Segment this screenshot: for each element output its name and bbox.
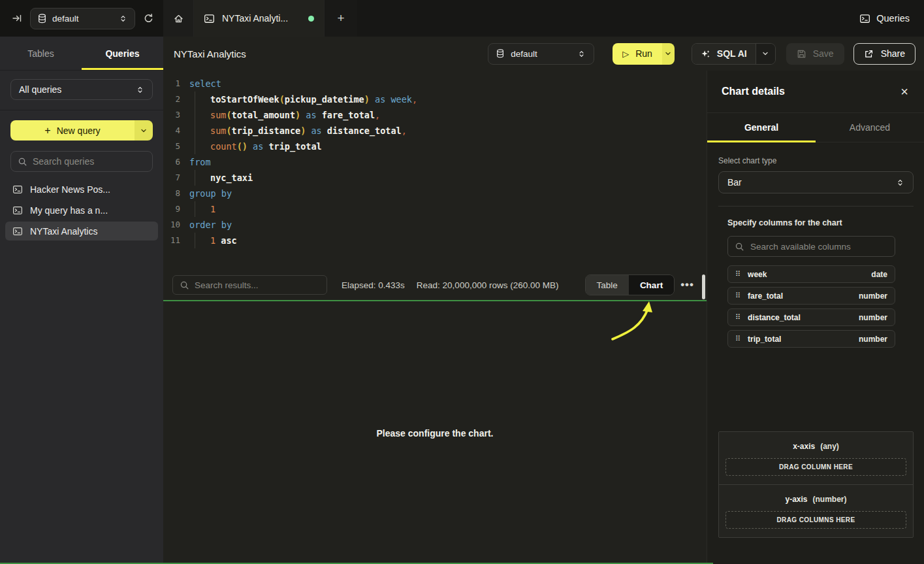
new-query-label: New query [57,125,101,136]
tab-advanced-label: Advanced [850,122,890,133]
query-item-label: My query has a n... [30,205,108,216]
chevrons-updown-icon [136,85,144,95]
query-search-input[interactable] [33,156,146,167]
column-name: week [748,270,767,279]
scrollbar-thumb[interactable] [702,274,705,299]
column-name: trip_total [748,335,781,344]
chart-type-select[interactable]: Bar [718,171,914,193]
sql-ai-dropdown-button[interactable] [756,44,775,64]
home-tab[interactable] [163,0,194,37]
new-tab-button[interactable]: + [325,0,357,37]
sql-ai-button[interactable]: SQL AI [692,44,756,64]
tab-advanced[interactable]: Advanced [816,113,924,142]
panel-header: Chart details × [707,71,924,112]
sidebar-tab-tables[interactable]: Tables [0,37,82,70]
line-number: 8 [163,186,180,201]
chart-view-button[interactable]: Chart [629,275,674,295]
query-tab-nytaxi[interactable]: NYTaxi Analyti... [194,0,325,37]
column-name: distance_total [748,313,801,322]
indent-guide [195,91,210,107]
drag-handle-icon[interactable]: ⠿ [735,270,741,278]
code-line: 91 [163,201,707,217]
query-list-item[interactable]: Hacker News Pos... [5,180,158,199]
tab-general[interactable]: General [707,113,816,142]
drag-handle-icon[interactable]: ⠿ [735,335,741,343]
sidebar-tab-queries[interactable]: Queries [82,37,163,70]
chevrons-updown-icon [119,14,127,24]
query-list-item[interactable]: NYTaxi Analytics [5,222,158,241]
topbar-database-selector[interactable]: default [30,8,135,29]
query-list: Hacker News Pos...My query has a n...NYT… [5,180,158,241]
chart-area: Please configure the chart. [163,301,707,564]
chevron-down-icon [140,127,148,135]
column-pill[interactable]: ⠿trip_totalnumber [727,330,895,348]
columns-search-box [727,236,895,257]
divider [0,110,163,110]
column-pill[interactable]: ⠿fare_totalnumber [727,287,895,305]
sql-editor[interactable]: 1select2toStartOfWeek(pickup_datetime) a… [163,71,707,270]
panel-tabs: General Advanced [707,112,924,142]
results-search-box [172,275,327,295]
indent-guide [195,139,210,154]
tabstrip: NYTaxi Analyti... + [163,0,357,37]
toolbar-database-selector[interactable]: default [488,43,594,65]
query-list-item[interactable]: My query has a n... [5,201,158,220]
query-filter-value: All queries [19,84,61,95]
close-icon[interactable]: × [900,85,908,98]
terminal-icon [12,184,23,195]
home-icon [173,13,184,24]
panel-title: Chart details [722,86,785,97]
new-query-dropdown-button[interactable] [135,120,153,141]
play-icon: ▷ [622,49,629,59]
indent-guide [195,107,210,123]
x-axis-label: x-axis [793,442,815,451]
share-icon [864,49,874,59]
x-axis-section: x-axis(any) DRAG COLUMN HERE [719,432,913,484]
chevron-down-icon [761,50,769,58]
y-axis-label: y-axis [785,495,807,504]
search-icon [180,280,189,290]
topbar: default NYTaxi Analyti... [0,0,924,37]
run-dropdown-button[interactable] [662,43,675,65]
share-button[interactable]: Share [853,43,916,65]
y-axis-dropzone[interactable]: DRAG COLUMNS HERE [725,511,906,529]
save-button[interactable]: Save [786,43,844,65]
queries-button-label: Queries [876,13,910,24]
elapsed-time: Elapsed: 0.433s [342,280,405,290]
column-pill[interactable]: ⠿weekdate [727,265,895,283]
new-query-button[interactable]: + New query [10,120,135,141]
plus-icon: + [44,125,50,137]
indent-guide [195,170,210,186]
queries-button[interactable]: Queries [859,13,910,24]
sidebar-tab-tables-label: Tables [27,48,54,59]
code-lines: 1select2toStartOfWeek(pickup_datetime) a… [163,76,707,248]
topbar-database-value: default [52,14,79,24]
code-line: 2toStartOfWeek(pickup_datetime) as week, [163,91,707,107]
indent-guide [195,233,210,248]
sidebar-tab-queries-label: Queries [105,48,139,59]
chart-empty-message: Please configure the chart. [163,428,707,439]
x-axis-dropzone[interactable]: DRAG COLUMN HERE [725,458,906,476]
sql-console-app: default NYTaxi Analyti... [0,0,924,564]
column-type: number [859,335,887,344]
results-toolbar: Elapsed: 0.433s Read: 20,000,000 rows (2… [163,270,707,301]
more-options-icon[interactable]: ••• [677,278,697,291]
results-search-input[interactable] [195,280,320,290]
columns-search-input[interactable] [750,242,888,252]
refresh-icon[interactable] [143,13,154,24]
new-query-button-group: + New query [10,120,153,141]
chevron-down-icon [664,50,672,58]
column-pill[interactable]: ⠿distance_totalnumber [727,308,895,326]
code-line: 10order by [163,217,707,233]
query-filter-select[interactable]: All queries [10,79,153,100]
query-item-label: Hacker News Pos... [30,184,110,195]
tab-title: NYTaxi Analyti... [222,13,288,24]
run-button[interactable]: ▷ Run [613,43,662,65]
table-view-label: Table [597,280,618,290]
column-type: number [859,291,887,301]
line-number: 10 [163,217,180,233]
drag-handle-icon[interactable]: ⠿ [735,291,741,300]
collapse-sidebar-icon[interactable] [12,13,22,24]
drag-handle-icon[interactable]: ⠿ [735,313,741,322]
table-view-button[interactable]: Table [586,275,629,295]
